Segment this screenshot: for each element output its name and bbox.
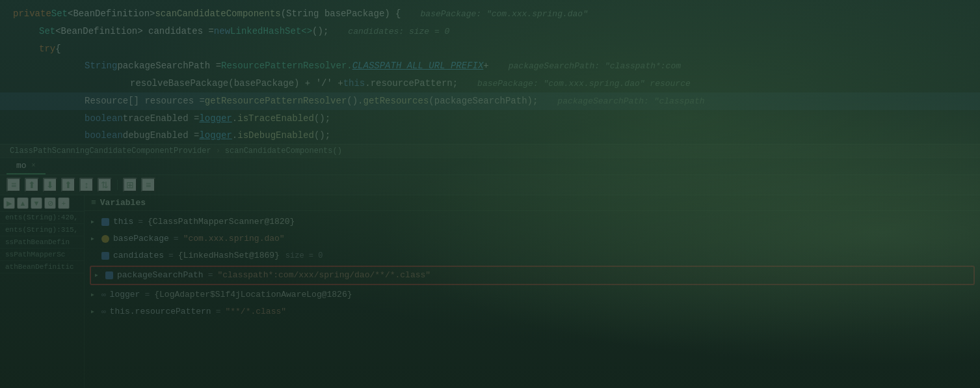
bg-scene <box>0 0 980 388</box>
main-container: private Set <BeanDefinition> scanCandida… <box>0 0 980 388</box>
